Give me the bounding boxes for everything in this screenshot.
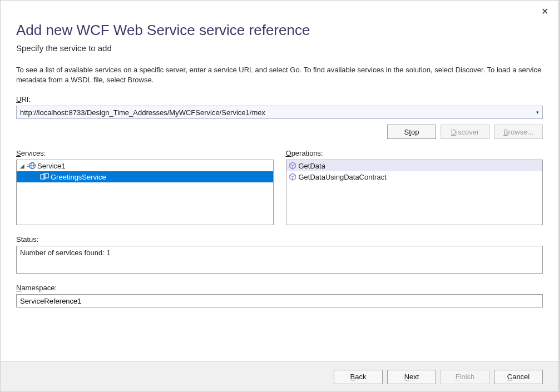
operation-label: GetDataUsingDataContract	[299, 173, 387, 181]
globe-icon	[27, 162, 36, 170]
tree-node-label: GreetingsService	[51, 173, 106, 181]
svg-rect-5	[41, 175, 45, 179]
services-tree[interactable]: ◢ Service1	[16, 160, 274, 225]
finish-button: Finish	[441, 370, 489, 384]
svg-line-13	[293, 175, 295, 177]
service-icon	[40, 173, 49, 181]
status-label: Status:	[16, 235, 543, 244]
operation-label: GetData	[299, 162, 325, 170]
services-label: Services:	[16, 149, 274, 157]
operation-row[interactable]: GetData	[286, 160, 543, 171]
page-title: Add new WCF Web Service service referenc…	[16, 22, 543, 39]
tree-node-label: Service1	[37, 162, 66, 170]
svg-line-12	[290, 175, 293, 177]
browse-button: Browse...	[494, 125, 543, 139]
uri-combobox[interactable]: ▾	[16, 106, 543, 119]
next-button[interactable]: Next	[387, 370, 436, 384]
footer-buttons: Back Next Finish Cancel	[1, 361, 558, 391]
svg-rect-0	[27, 165, 29, 165]
namespace-input[interactable]	[16, 294, 543, 307]
dialog-content: Add new WCF Web Service service referenc…	[1, 1, 558, 307]
tree-node-greetingsservice[interactable]: GreetingsService	[17, 171, 273, 182]
svg-line-8	[290, 164, 293, 166]
svg-rect-1	[27, 166, 29, 167]
page-subtitle: Specify the service to add	[16, 43, 543, 53]
uri-input[interactable]	[17, 107, 532, 118]
back-button[interactable]: Back	[334, 370, 383, 384]
svg-line-9	[293, 164, 295, 166]
discover-button: Discover	[441, 125, 489, 139]
method-icon	[289, 162, 296, 170]
operations-label: Operations:	[286, 149, 543, 157]
namespace-label: Namespace:	[16, 284, 543, 292]
status-text: Number of services found: 1	[20, 249, 111, 257]
status-box: Number of services found: 1	[16, 246, 543, 274]
method-icon	[289, 173, 296, 181]
stop-button[interactable]: Stop	[387, 125, 436, 139]
svg-rect-6	[44, 173, 48, 178]
chevron-down-icon[interactable]: ▾	[532, 110, 542, 115]
close-button[interactable]: ✕	[541, 7, 548, 16]
operations-list[interactable]: GetData GetDataUsingDataContract	[286, 160, 543, 225]
uri-label: URI:	[16, 95, 543, 103]
tree-node-service1[interactable]: ◢ Service1	[17, 160, 273, 171]
cancel-button[interactable]: Cancel	[494, 370, 543, 384]
operation-row[interactable]: GetDataUsingDataContract	[286, 171, 543, 182]
expand-collapse-icon[interactable]: ◢	[19, 163, 26, 169]
help-text: To see a list of available services on a…	[16, 65, 543, 85]
